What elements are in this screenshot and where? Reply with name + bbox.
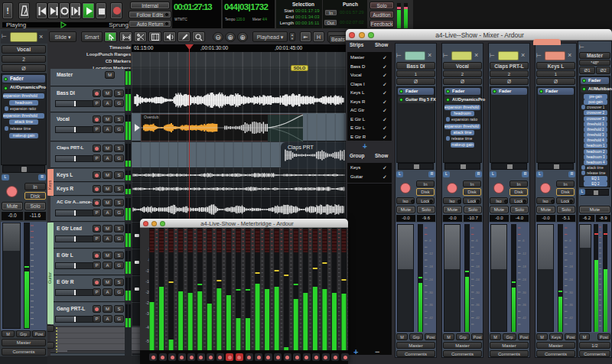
- svg-text:-6: -6: [428, 239, 431, 242]
- svg-text:-12: -12: [568, 252, 574, 255]
- svg-text:-24: -24: [428, 278, 434, 281]
- svg-text:-36: -36: [475, 303, 480, 307]
- svg-text:-42: -42: [475, 316, 480, 320]
- svg-text:-30: -30: [568, 291, 574, 294]
- svg-text:Keys: Keys: [47, 180, 52, 190]
- svg-text:-6: -6: [568, 239, 571, 242]
- svg-text:-18: -18: [568, 265, 574, 268]
- svg-text:-18: -18: [428, 265, 434, 268]
- svg-text:-12: -12: [428, 252, 434, 255]
- svg-text:-6: -6: [475, 239, 478, 242]
- svg-text:-42: -42: [428, 316, 434, 320]
- svg-text:-24: -24: [522, 278, 527, 281]
- svg-text:-18: -18: [475, 265, 480, 268]
- svg-text:-42: -42: [522, 316, 527, 320]
- svg-text:-36: -36: [428, 303, 434, 307]
- svg-text:-42: -42: [568, 316, 574, 320]
- svg-text:-30: -30: [475, 291, 480, 294]
- svg-text:-36: -36: [522, 303, 527, 307]
- svg-text:-12: -12: [475, 252, 480, 255]
- svg-text:-30: -30: [522, 291, 527, 294]
- svg-text:-24: -24: [475, 278, 480, 281]
- svg-text:-36: -36: [568, 303, 574, 307]
- svg-text:Guitar: Guitar: [47, 272, 52, 284]
- svg-text:-12: -12: [522, 252, 527, 255]
- svg-text:-30: -30: [428, 291, 434, 294]
- svg-text:-24: -24: [568, 278, 574, 281]
- svg-text:-18: -18: [522, 265, 527, 268]
- svg-text:-6: -6: [522, 239, 525, 242]
